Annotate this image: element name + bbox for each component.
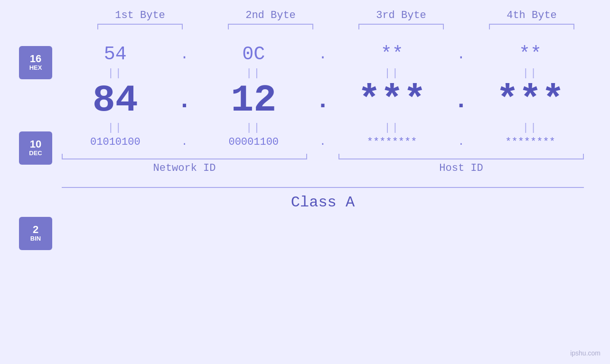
- byte4-header: 4th Byte: [484, 9, 579, 21]
- dec-badge: 10 DEC: [19, 131, 52, 165]
- hex-dot1: .: [175, 47, 194, 63]
- hex-b2: 0C: [206, 44, 301, 65]
- byte3-header: 3rd Byte: [354, 9, 449, 21]
- dec-b3: ***: [345, 82, 440, 120]
- watermark: ipshu.com: [570, 349, 601, 357]
- network-id-label: Network ID: [62, 162, 307, 174]
- bin-badge-label: BIN: [30, 235, 41, 243]
- byte2-header: 2nd Byte: [223, 9, 318, 21]
- bin-badge: 2 BIN: [19, 217, 52, 250]
- hex-dot3: .: [451, 47, 470, 63]
- hex-dot2: .: [313, 47, 332, 63]
- bracket-byte1: [97, 24, 183, 29]
- badges-column: 16 HEX 10 DEC 2 BIN: [0, 37, 62, 250]
- eq2-b2: ||: [206, 122, 301, 134]
- eq1-b3: ||: [345, 67, 440, 79]
- data-grid: 54 . 0C . ** . ** || || || || 84: [62, 37, 584, 250]
- byte-headers: 1st Byte 2nd Byte 3rd Byte 4th Byte: [75, 9, 597, 21]
- eq1-b2: ||: [206, 67, 301, 79]
- hex-row: 54 . 0C . ** . **: [62, 44, 584, 65]
- dec-row: 84 . 12 . *** . ***: [62, 82, 584, 120]
- bin-row: 01010100 . 00001100 . ******** . *******…: [62, 136, 584, 148]
- byte1-header: 1st Byte: [93, 9, 188, 21]
- class-label: Class A: [62, 194, 584, 211]
- main-container: 1st Byte 2nd Byte 3rd Byte 4th Byte 16 H…: [0, 0, 610, 364]
- eq1-b1: ||: [68, 67, 163, 79]
- dec-badge-label: DEC: [29, 149, 42, 157]
- host-id-label: Host ID: [338, 162, 584, 174]
- hex-badge-num: 16: [30, 54, 41, 64]
- dec-dot2: .: [313, 87, 332, 114]
- top-brackets: [75, 24, 597, 29]
- bin-b3: ********: [345, 136, 440, 148]
- dec-dot1: .: [175, 87, 194, 114]
- dec-badge-num: 10: [30, 139, 41, 149]
- eq2-b4: ||: [483, 122, 578, 134]
- hex-badge-label: HEX: [29, 64, 42, 72]
- hex-b4: **: [483, 44, 578, 65]
- bin-dot1: .: [175, 136, 194, 148]
- dec-b2: 12: [206, 82, 301, 120]
- dec-b4: ***: [483, 82, 578, 120]
- bracket-byte3: [358, 24, 444, 29]
- equals-row-1: || || || ||: [62, 67, 584, 79]
- full-bracket: [62, 187, 584, 188]
- network-bracket: [62, 154, 307, 159]
- host-bracket: [338, 154, 584, 159]
- eq2-b1: ||: [68, 122, 163, 134]
- bin-b1: 01010100: [68, 136, 163, 148]
- bin-badge-num: 2: [33, 224, 38, 235]
- dec-b1: 84: [68, 82, 163, 120]
- eq1-b4: ||: [483, 67, 578, 79]
- bin-dot2: .: [313, 136, 332, 148]
- hex-badge: 16 HEX: [19, 46, 52, 79]
- hex-b3: **: [345, 44, 440, 65]
- bracket-byte2: [228, 24, 313, 29]
- class-section: Class A: [62, 187, 584, 211]
- bin-dot3: .: [451, 136, 470, 148]
- hex-b1: 54: [68, 44, 163, 65]
- dec-dot3: .: [451, 87, 470, 114]
- bin-b4: ********: [483, 136, 578, 148]
- bin-b2: 00001100: [206, 136, 301, 148]
- bracket-byte4: [489, 24, 574, 29]
- equals-row-2: || || || ||: [62, 122, 584, 134]
- eq2-b3: ||: [345, 122, 440, 134]
